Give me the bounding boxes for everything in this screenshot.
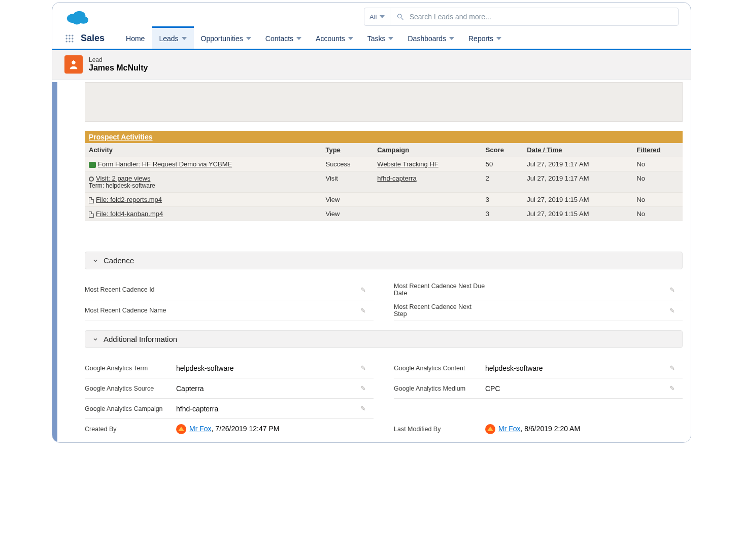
edit-icon[interactable]: ✎ bbox=[360, 286, 374, 294]
chevron-down-icon bbox=[380, 15, 385, 18]
edit-icon[interactable]: ✎ bbox=[360, 364, 374, 372]
field-value: hfhd-capterra bbox=[176, 405, 360, 413]
chevron-down-icon[interactable] bbox=[246, 37, 251, 40]
cell-filtered: No bbox=[632, 193, 683, 207]
field-label: Created By bbox=[85, 426, 176, 433]
field-value: Mr Fox, 8/6/2019 2:20 AM bbox=[485, 424, 669, 434]
activity-link[interactable]: Form Handler: HF Request Demo via YCBME bbox=[98, 160, 232, 168]
nav-item-leads[interactable]: Leads bbox=[152, 26, 193, 49]
nav-item-home[interactable]: Home bbox=[119, 28, 152, 49]
search-scope-label: All bbox=[369, 13, 377, 21]
field-label: Most Recent Cadence Id bbox=[85, 286, 176, 293]
svg-point-10 bbox=[69, 38, 70, 39]
app-launcher-button[interactable] bbox=[64, 28, 75, 49]
table-row: Form Handler: HF Request Demo via YCBME … bbox=[85, 157, 683, 171]
nav-item-tasks[interactable]: Tasks bbox=[360, 28, 401, 49]
svg-point-13 bbox=[69, 41, 70, 42]
edit-icon[interactable]: ✎ bbox=[360, 307, 374, 314]
cell-type: Visit bbox=[321, 171, 373, 193]
nav-item-dashboards[interactable]: Dashboards bbox=[400, 28, 461, 49]
chevron-down-icon[interactable] bbox=[388, 37, 393, 40]
svg-point-3 bbox=[72, 17, 81, 25]
edit-icon[interactable]: ✎ bbox=[669, 307, 683, 314]
field-cadence-id: Most Recent Cadence Id ✎ bbox=[85, 279, 374, 300]
file-icon bbox=[89, 212, 94, 218]
field-ga-medium: Google Analytics Medium CPC ✎ bbox=[394, 378, 683, 399]
file-icon bbox=[89, 197, 94, 203]
section-cadence-toggle[interactable]: Cadence bbox=[85, 252, 683, 269]
svg-point-9 bbox=[66, 38, 67, 39]
field-cadence-next-due: Most Recent Cadence Next Due Date ✎ bbox=[394, 279, 683, 300]
record-header: Lead James McNulty bbox=[52, 50, 691, 80]
activity-link[interactable]: File: fold2-reports.mp4 bbox=[96, 196, 162, 203]
cell-datetime: Jul 27, 2019 1:17 AM bbox=[523, 157, 632, 171]
chevron-down-icon[interactable] bbox=[449, 37, 454, 40]
search-icon bbox=[396, 13, 404, 21]
last-modified-date: , 8/6/2019 2:20 AM bbox=[521, 425, 581, 433]
table-row: File: fold2-reports.mp4 View 3 Jul 27, 2… bbox=[85, 193, 683, 207]
field-value: CPC bbox=[485, 384, 669, 393]
svg-point-14 bbox=[72, 41, 73, 42]
field-label: Google Analytics Content bbox=[394, 365, 485, 372]
cell-filtered: No bbox=[632, 171, 683, 193]
nav-item-label: Leads bbox=[159, 34, 178, 43]
campaign-link[interactable]: hfhd-capterra bbox=[377, 174, 416, 182]
nav-item-reports[interactable]: Reports bbox=[461, 28, 509, 49]
form-icon bbox=[89, 162, 96, 168]
field-cadence-next-step: Most Recent Cadence Next Step ✎ bbox=[394, 300, 683, 321]
search-box bbox=[390, 8, 678, 25]
field-ga-term: Google Analytics Term helpdesk-software … bbox=[85, 358, 374, 378]
salesforce-logo bbox=[64, 8, 91, 26]
section-additional-toggle[interactable]: Additional Information bbox=[85, 330, 683, 348]
svg-point-6 bbox=[66, 34, 67, 36]
table-row: Visit: 2 page views Term: helpdesk-softw… bbox=[85, 171, 683, 193]
record-type: Lead bbox=[89, 56, 148, 63]
col-datetime[interactable]: Date / Time bbox=[523, 143, 632, 157]
nav-item-accounts[interactable]: Accounts bbox=[309, 28, 360, 49]
activity-link[interactable]: File: fold4-kanban.mp4 bbox=[96, 210, 163, 218]
edit-icon[interactable]: ✎ bbox=[669, 384, 683, 392]
user-link[interactable]: Mr Fox bbox=[189, 425, 212, 433]
field-label: Google Analytics Medium bbox=[394, 385, 485, 392]
body-wrap: Prospect Activities Activity Type Campai… bbox=[52, 82, 691, 442]
edit-icon[interactable]: ✎ bbox=[360, 405, 374, 412]
svg-point-11 bbox=[72, 38, 73, 39]
search-input[interactable] bbox=[410, 13, 672, 21]
cell-campaign bbox=[373, 193, 481, 207]
section-title: Additional Information bbox=[104, 335, 177, 343]
edit-icon[interactable]: ✎ bbox=[669, 286, 683, 294]
cell-score: 50 bbox=[482, 157, 523, 171]
svg-line-5 bbox=[401, 18, 403, 20]
lead-icon bbox=[64, 55, 83, 74]
created-by-date: , 7/26/2019 12:47 PM bbox=[212, 425, 280, 433]
nav-item-contacts[interactable]: Contacts bbox=[258, 28, 309, 49]
field-label: Last Modified By bbox=[394, 426, 485, 433]
search-scope-dropdown[interactable]: All bbox=[364, 8, 390, 25]
svg-point-12 bbox=[66, 41, 67, 42]
col-campaign[interactable]: Campaign bbox=[373, 143, 481, 157]
field-last-modified-by: Last Modified By Mr Fox, 8/6/2019 2:20 A… bbox=[394, 419, 683, 439]
field-created-by: Created By Mr Fox, 7/26/2019 12:47 PM bbox=[85, 419, 374, 439]
col-filtered[interactable]: Filtered bbox=[632, 143, 683, 157]
chevron-down-icon bbox=[92, 336, 98, 342]
chevron-down-icon[interactable] bbox=[182, 37, 187, 40]
cell-score: 2 bbox=[482, 171, 523, 193]
field-label: Most Recent Cadence Next Due Date bbox=[394, 283, 485, 297]
chevron-down-icon[interactable] bbox=[296, 37, 301, 40]
chevron-down-icon[interactable] bbox=[496, 37, 501, 40]
chevron-down-icon[interactable] bbox=[348, 37, 353, 40]
edit-icon[interactable]: ✎ bbox=[360, 384, 374, 392]
user-link[interactable]: Mr Fox bbox=[498, 425, 521, 433]
cell-type: View bbox=[321, 193, 373, 207]
prospect-activities-title[interactable]: Prospect Activities bbox=[85, 131, 683, 143]
field-label: Google Analytics Term bbox=[85, 365, 176, 372]
field-value: helpdesk-software bbox=[485, 364, 669, 372]
activity-link[interactable]: Visit: 2 page views bbox=[96, 174, 150, 182]
nav-item-label: Home bbox=[126, 34, 145, 43]
record-title-block: Lead James McNulty bbox=[89, 56, 148, 73]
nav-item-opportunities[interactable]: Opportunities bbox=[194, 28, 258, 49]
edit-icon[interactable]: ✎ bbox=[669, 364, 683, 372]
col-type[interactable]: Type bbox=[321, 143, 373, 157]
campaign-link[interactable]: Website Tracking HF bbox=[377, 160, 438, 168]
cell-campaign bbox=[373, 207, 481, 221]
